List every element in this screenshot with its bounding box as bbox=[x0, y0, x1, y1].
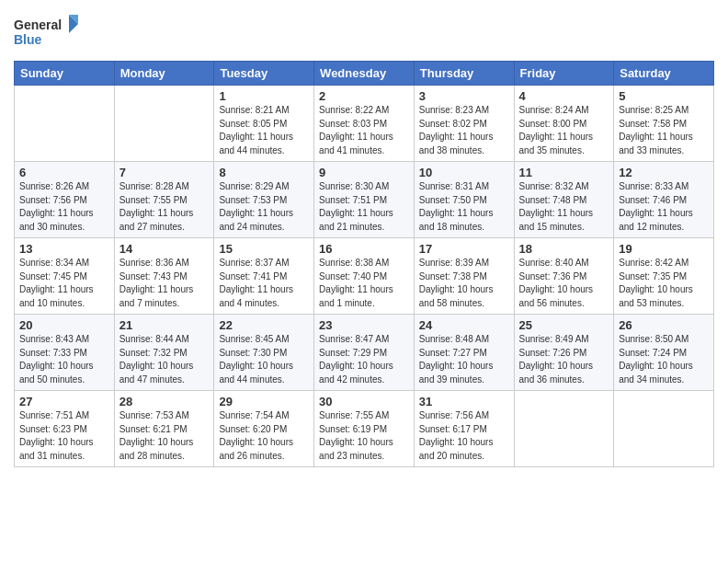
day-number: 25 bbox=[519, 318, 609, 332]
day-info: Sunrise: 8:47 AM Sunset: 7:29 PM Dayligh… bbox=[319, 333, 409, 386]
day-number: 27 bbox=[19, 395, 109, 408]
weekday-header-wednesday: Wednesday bbox=[314, 62, 415, 86]
calendar-cell: 30Sunrise: 7:55 AM Sunset: 6:19 PM Dayli… bbox=[314, 391, 415, 467]
day-number: 26 bbox=[619, 318, 709, 332]
day-info: Sunrise: 8:40 AM Sunset: 7:36 PM Dayligh… bbox=[519, 257, 609, 310]
day-info: Sunrise: 8:48 AM Sunset: 7:27 PM Dayligh… bbox=[419, 333, 509, 386]
day-number: 7 bbox=[119, 166, 210, 179]
day-info: Sunrise: 8:32 AM Sunset: 7:48 PM Dayligh… bbox=[519, 180, 609, 234]
calendar-cell: 13Sunrise: 8:34 AM Sunset: 7:45 PM Dayli… bbox=[15, 238, 115, 315]
day-number: 19 bbox=[619, 242, 709, 256]
day-number: 8 bbox=[219, 166, 309, 179]
day-info: Sunrise: 8:25 AM Sunset: 7:58 PM Dayligh… bbox=[619, 104, 709, 157]
day-number: 10 bbox=[419, 166, 509, 179]
day-number: 1 bbox=[219, 89, 309, 103]
calendar-cell: 7Sunrise: 8:28 AM Sunset: 7:55 PM Daylig… bbox=[114, 162, 214, 238]
day-number: 17 bbox=[419, 242, 509, 256]
day-info: Sunrise: 8:29 AM Sunset: 7:53 PM Dayligh… bbox=[219, 180, 309, 234]
day-number: 13 bbox=[19, 242, 109, 256]
calendar-cell: 4Sunrise: 8:24 AM Sunset: 8:00 PM Daylig… bbox=[514, 86, 614, 162]
day-info: Sunrise: 8:38 AM Sunset: 7:40 PM Dayligh… bbox=[319, 257, 409, 310]
calendar-cell bbox=[15, 86, 115, 162]
day-number: 23 bbox=[319, 318, 409, 332]
week-row-1: 1Sunrise: 8:21 AM Sunset: 8:05 PM Daylig… bbox=[15, 86, 714, 162]
weekday-header-saturday: Saturday bbox=[614, 62, 714, 86]
calendar-cell: 5Sunrise: 8:25 AM Sunset: 7:58 PM Daylig… bbox=[614, 86, 714, 162]
day-number: 6 bbox=[19, 166, 109, 179]
calendar-cell: 14Sunrise: 8:36 AM Sunset: 7:43 PM Dayli… bbox=[114, 238, 214, 315]
calendar-cell: 15Sunrise: 8:37 AM Sunset: 7:41 PM Dayli… bbox=[214, 238, 314, 315]
day-number: 29 bbox=[219, 395, 309, 408]
calendar-cell: 27Sunrise: 7:51 AM Sunset: 6:23 PM Dayli… bbox=[15, 391, 115, 467]
day-info: Sunrise: 7:51 AM Sunset: 6:23 PM Dayligh… bbox=[19, 409, 109, 463]
day-number: 2 bbox=[319, 89, 409, 103]
day-info: Sunrise: 8:28 AM Sunset: 7:55 PM Dayligh… bbox=[119, 180, 210, 234]
day-info: Sunrise: 8:42 AM Sunset: 7:35 PM Dayligh… bbox=[619, 257, 709, 310]
day-number: 24 bbox=[419, 318, 509, 332]
day-number: 30 bbox=[319, 395, 409, 408]
week-row-5: 27Sunrise: 7:51 AM Sunset: 6:23 PM Dayli… bbox=[15, 391, 714, 467]
logo: General Blue bbox=[14, 13, 78, 55]
calendar-cell: 6Sunrise: 8:26 AM Sunset: 7:56 PM Daylig… bbox=[15, 162, 115, 238]
day-number: 22 bbox=[219, 318, 309, 332]
week-row-4: 20Sunrise: 8:43 AM Sunset: 7:33 PM Dayli… bbox=[15, 315, 714, 391]
calendar-table: SundayMondayTuesdayWednesdayThursdayFrid… bbox=[14, 61, 714, 467]
day-number: 12 bbox=[619, 166, 709, 179]
weekday-header-sunday: Sunday bbox=[15, 62, 115, 86]
svg-text:General: General bbox=[14, 17, 62, 32]
day-number: 20 bbox=[19, 318, 109, 332]
day-info: Sunrise: 8:26 AM Sunset: 7:56 PM Dayligh… bbox=[19, 180, 109, 234]
day-info: Sunrise: 7:55 AM Sunset: 6:19 PM Dayligh… bbox=[319, 409, 409, 463]
day-info: Sunrise: 8:33 AM Sunset: 7:46 PM Dayligh… bbox=[619, 180, 709, 234]
calendar-cell: 23Sunrise: 8:47 AM Sunset: 7:29 PM Dayli… bbox=[314, 315, 415, 391]
calendar-cell: 26Sunrise: 8:50 AM Sunset: 7:24 PM Dayli… bbox=[614, 315, 714, 391]
day-info: Sunrise: 8:23 AM Sunset: 8:02 PM Dayligh… bbox=[419, 104, 509, 157]
day-info: Sunrise: 8:43 AM Sunset: 7:33 PM Dayligh… bbox=[19, 333, 109, 386]
day-info: Sunrise: 8:37 AM Sunset: 7:41 PM Dayligh… bbox=[219, 257, 309, 310]
calendar-cell: 1Sunrise: 8:21 AM Sunset: 8:05 PM Daylig… bbox=[214, 86, 314, 162]
weekday-header-tuesday: Tuesday bbox=[214, 62, 314, 86]
svg-text:Blue: Blue bbox=[14, 32, 42, 47]
day-number: 4 bbox=[519, 89, 609, 103]
weekday-header-monday: Monday bbox=[114, 62, 214, 86]
day-info: Sunrise: 8:24 AM Sunset: 8:00 PM Dayligh… bbox=[519, 104, 609, 157]
day-number: 14 bbox=[119, 242, 210, 256]
day-info: Sunrise: 8:22 AM Sunset: 8:03 PM Dayligh… bbox=[319, 104, 409, 157]
header: General Blue bbox=[14, 9, 714, 55]
calendar-cell: 9Sunrise: 8:30 AM Sunset: 7:51 PM Daylig… bbox=[314, 162, 415, 238]
calendar-cell: 28Sunrise: 7:53 AM Sunset: 6:21 PM Dayli… bbox=[114, 391, 214, 467]
day-info: Sunrise: 8:21 AM Sunset: 8:05 PM Dayligh… bbox=[219, 104, 309, 157]
logo-area: General Blue bbox=[14, 9, 78, 55]
weekday-header-friday: Friday bbox=[514, 62, 614, 86]
calendar-cell: 16Sunrise: 8:38 AM Sunset: 7:40 PM Dayli… bbox=[314, 238, 415, 315]
calendar-cell: 8Sunrise: 8:29 AM Sunset: 7:53 PM Daylig… bbox=[214, 162, 314, 238]
calendar-cell: 25Sunrise: 8:49 AM Sunset: 7:26 PM Dayli… bbox=[514, 315, 614, 391]
day-info: Sunrise: 8:45 AM Sunset: 7:30 PM Dayligh… bbox=[219, 333, 309, 386]
day-number: 11 bbox=[519, 166, 609, 179]
calendar-cell: 10Sunrise: 8:31 AM Sunset: 7:50 PM Dayli… bbox=[414, 162, 514, 238]
calendar-cell: 24Sunrise: 8:48 AM Sunset: 7:27 PM Dayli… bbox=[414, 315, 514, 391]
calendar-cell: 29Sunrise: 7:54 AM Sunset: 6:20 PM Dayli… bbox=[214, 391, 314, 467]
weekday-header-thursday: Thursday bbox=[414, 62, 514, 86]
day-number: 16 bbox=[319, 242, 409, 256]
weekday-header-row: SundayMondayTuesdayWednesdayThursdayFrid… bbox=[15, 62, 714, 86]
calendar-cell: 20Sunrise: 8:43 AM Sunset: 7:33 PM Dayli… bbox=[15, 315, 115, 391]
calendar-cell: 12Sunrise: 8:33 AM Sunset: 7:46 PM Dayli… bbox=[614, 162, 714, 238]
day-info: Sunrise: 7:53 AM Sunset: 6:21 PM Dayligh… bbox=[119, 409, 210, 463]
day-number: 3 bbox=[419, 89, 509, 103]
calendar-cell bbox=[614, 391, 714, 467]
day-number: 9 bbox=[319, 166, 409, 179]
day-number: 18 bbox=[519, 242, 609, 256]
calendar-cell: 18Sunrise: 8:40 AM Sunset: 7:36 PM Dayli… bbox=[514, 238, 614, 315]
day-number: 28 bbox=[119, 395, 210, 408]
day-info: Sunrise: 8:50 AM Sunset: 7:24 PM Dayligh… bbox=[619, 333, 709, 386]
calendar-cell: 3Sunrise: 8:23 AM Sunset: 8:02 PM Daylig… bbox=[414, 86, 514, 162]
page: General Blue SundayMondayTuesdayWednesda… bbox=[0, 0, 728, 563]
day-number: 21 bbox=[119, 318, 210, 332]
day-number: 5 bbox=[619, 89, 709, 103]
day-info: Sunrise: 7:56 AM Sunset: 6:17 PM Dayligh… bbox=[419, 409, 509, 463]
day-info: Sunrise: 8:36 AM Sunset: 7:43 PM Dayligh… bbox=[119, 257, 210, 310]
calendar-cell: 22Sunrise: 8:45 AM Sunset: 7:30 PM Dayli… bbox=[214, 315, 314, 391]
calendar-cell bbox=[514, 391, 614, 467]
week-row-2: 6Sunrise: 8:26 AM Sunset: 7:56 PM Daylig… bbox=[15, 162, 714, 238]
